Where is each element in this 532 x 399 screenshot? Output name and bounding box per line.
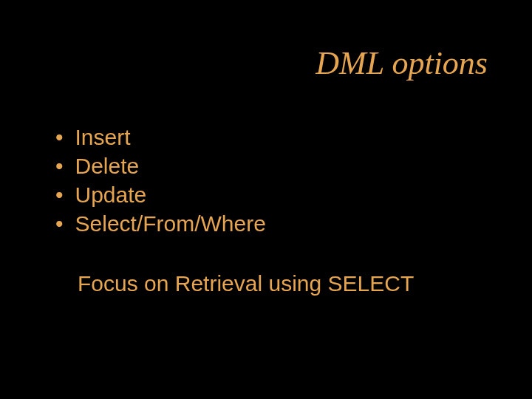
list-item: • Delete [55, 151, 532, 180]
list-item: • Insert [55, 123, 532, 151]
bullet-text: Insert [75, 123, 131, 151]
bullet-text: Update [75, 180, 147, 209]
bullet-text: Select/From/Where [75, 209, 266, 238]
bullet-icon: • [55, 123, 64, 151]
list-item: • Select/From/Where [55, 209, 532, 238]
list-item: • Update [55, 180, 532, 209]
bullet-icon: • [55, 151, 64, 180]
slide-container: DML options • Insert • Delete • Update •… [0, 0, 532, 399]
bullet-text: Delete [75, 151, 140, 180]
slide-title: DML options [0, 0, 532, 82]
footer-text: Focus on Retrieval using SELECT [0, 271, 532, 296]
bullet-list: • Insert • Delete • Update • Select/From… [0, 123, 532, 238]
bullet-icon: • [55, 180, 64, 209]
bullet-icon: • [55, 209, 64, 238]
